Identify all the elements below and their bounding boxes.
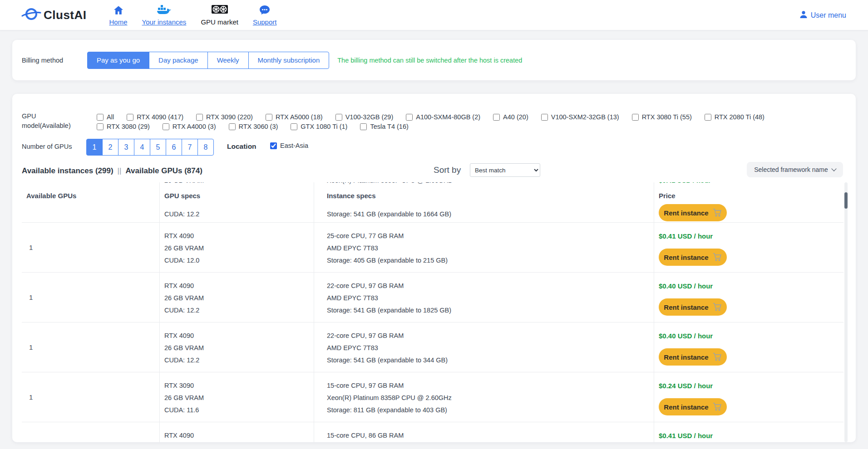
price-cell: $0.41 USD / hour Rent instance — [654, 223, 843, 272]
checkbox-a40[interactable]: A40 (20) — [493, 113, 528, 121]
nav-your-instances-label: Your instances — [142, 18, 187, 26]
chat-bubble-icon — [259, 5, 270, 17]
gpu-specs-cell: RTX 409026 GB VRAMCUDA: 12.2 — [160, 273, 314, 322]
tab-weekly[interactable]: Weekly — [207, 52, 249, 69]
price-cell: Rent instance — [654, 206, 843, 222]
checkbox-rtx-3080[interactable]: RTX 3080 (29) — [97, 123, 150, 130]
gpu-specs-cell: RTX 4090 — [160, 422, 314, 442]
gpu-count-1[interactable]: 1 — [86, 139, 103, 156]
checkbox-v100-sxm2-32gb[interactable]: V100-SXM2-32GB (13) — [541, 113, 619, 121]
gpu-count-6[interactable]: 6 — [166, 139, 182, 156]
tab-pay-as-you-go[interactable]: Pay as you go — [87, 52, 149, 69]
checkbox-rtx-4090[interactable]: RTX 4090 (417) — [127, 113, 183, 121]
header-price: Price — [654, 186, 843, 206]
price-value: $0.41 USD / hour — [659, 230, 843, 242]
top-nav: ClustAI Home Your instance — [0, 0, 868, 30]
price-cell: $0.24 USD / hour Rent instance — [654, 372, 843, 422]
checkbox-all[interactable]: All — [97, 113, 114, 121]
gpu-specs-cell: CUDA: 12.2 — [160, 206, 314, 222]
gpu-specs-cell: RTX 409026 GB VRAMCUDA: 12.0 — [160, 223, 314, 272]
instance-specs-cell: 15-core CPU, 97 GB RAMXeon(R) Platinum 8… — [314, 372, 654, 422]
nav-item-support[interactable]: Support — [253, 5, 277, 26]
billing-method-card: Billing method Pay as you go Day package… — [12, 40, 856, 80]
cart-icon — [713, 253, 722, 261]
checkbox-gtx-1080-ti[interactable]: GTX 1080 Ti (1) — [291, 123, 347, 130]
clipped-row-sliver: 26 GB VRAM Xeon(R) Platinum 8358P CPU @ … — [22, 182, 843, 186]
checkbox-rtx-a4000[interactable]: RTX A4000 (3) — [163, 123, 216, 130]
tab-monthly-subscription[interactable]: Monthly subscription — [248, 52, 330, 69]
gpu-count-8[interactable]: 8 — [197, 139, 214, 156]
table-row: 1 RTX 409026 GB VRAMCUDA: 12.2 22-core C… — [22, 273, 843, 322]
user-menu-label: User menu — [811, 11, 846, 20]
checkbox-rtx-a5000[interactable]: RTX A5000 (18) — [266, 113, 323, 121]
checkbox-rtx-3090[interactable]: RTX 3090 (220) — [196, 113, 253, 121]
checkbox-tesla-t4[interactable]: Tesla T4 (16) — [360, 123, 408, 130]
checkbox-rtx-2080-ti[interactable]: RTX 2080 Ti (48) — [705, 113, 764, 121]
rent-instance-button[interactable]: Rent instance — [659, 249, 727, 266]
table-scrollbar[interactable] — [844, 182, 848, 442]
instances-table: 26 GB VRAM Xeon(R) Platinum 8358P CPU @ … — [22, 182, 843, 442]
nav-menu: Home Your instances — [109, 5, 277, 26]
framework-dropdown[interactable]: Selected framework name — [747, 162, 843, 177]
rent-instance-button[interactable]: Rent instance — [659, 204, 727, 221]
billing-tabs: Pay as you go Day package Weekly Monthly… — [87, 52, 329, 69]
price-cell: $0.40 USD / hour Rent instance — [654, 322, 843, 372]
price-cell: $0.41 USD / hour — [654, 422, 843, 442]
rent-instance-button[interactable]: Rent instance — [659, 348, 727, 366]
checkbox-v100-32gb[interactable]: V100-32GB (29) — [335, 113, 394, 121]
user-icon — [799, 10, 808, 20]
price-value: $0.40 USD / hour — [659, 330, 843, 342]
header-instance-specs: Instance specs — [314, 186, 654, 206]
instance-specs-cell: 22-core CPU, 97 GB RAMAMD EPYC 7T83Stora… — [314, 322, 654, 372]
table-row: 1 RTX 409026 GB VRAMCUDA: 12.2 22-core C… — [22, 322, 843, 372]
available-gpus-cell: 1 — [22, 273, 160, 322]
all-checkbox[interactable] — [97, 114, 104, 121]
nav-item-your-instances[interactable]: Your instances — [142, 5, 187, 26]
rent-instance-button[interactable]: Rent instance — [659, 398, 727, 415]
instance-specs-cell: Storage: 541 GB (expandable to 1664 GB) — [314, 206, 654, 222]
gpu-specs-cell: RTX 409026 GB VRAMCUDA: 12.2 — [160, 322, 314, 372]
instance-specs-cell: 25-core CPU, 77 GB RAMAMD EPYC 7T83Stora… — [314, 223, 654, 272]
gpu-count-7[interactable]: 7 — [182, 139, 198, 156]
logo[interactable]: ClustAI — [21, 5, 87, 25]
sort-select[interactable]: Best match — [470, 163, 540, 177]
billing-note: The billing method can still be switched… — [337, 57, 522, 64]
gpu-count-2[interactable]: 2 — [102, 139, 118, 156]
available-gpus-cell: 1 — [22, 322, 160, 372]
gpu-specs-cell: RTX 309026 GB VRAMCUDA: 11.6 — [160, 372, 314, 422]
available-gpus-cell — [22, 206, 160, 222]
east-asia-checkbox[interactable] — [270, 142, 277, 149]
number-of-gpus-label: Number of GPUs — [22, 143, 72, 150]
nav-item-home[interactable]: Home — [109, 5, 128, 26]
gpu-count-3[interactable]: 3 — [118, 139, 134, 156]
cart-icon — [713, 403, 722, 411]
checkbox-a100-sxm4-80gb[interactable]: A100-SXM4-80GB (2) — [406, 113, 480, 121]
scrollbar-thumb[interactable] — [844, 192, 848, 209]
cart-icon — [713, 353, 722, 361]
checkbox-rtx-3060[interactable]: RTX 3060 (3) — [229, 123, 278, 130]
price-value: $0.24 USD / hour — [659, 380, 843, 392]
checkbox-east-asia[interactable]: East-Asia — [270, 142, 308, 149]
instance-specs-cell: 15-core CPU, 86 GB RAM — [314, 422, 654, 442]
sort-by-label: Sort by — [434, 165, 461, 175]
nav-support-label: Support — [253, 18, 277, 26]
cart-icon — [713, 303, 722, 311]
nav-home-label: Home — [109, 18, 128, 26]
tab-day-package[interactable]: Day package — [149, 52, 208, 69]
available-counts-title: Available instances (299)||Available GPU… — [22, 166, 202, 176]
location-label: Location — [227, 142, 256, 151]
cart-icon — [713, 209, 722, 217]
user-menu[interactable]: User menu — [799, 0, 846, 30]
clustai-logo-icon — [21, 5, 42, 25]
nav-item-gpu-market[interactable]: GPU market — [201, 5, 238, 26]
gpu-card-icon — [211, 5, 228, 17]
price-value: $0.40 USD / hour — [659, 280, 843, 292]
available-gpus-cell — [22, 422, 160, 442]
checkbox-rtx-3080-ti[interactable]: RTX 3080 Ti (55) — [632, 113, 692, 121]
table-row: 1 RTX 409026 GB VRAMCUDA: 12.0 25-core C… — [22, 223, 843, 273]
gpu-count-4[interactable]: 4 — [134, 139, 150, 156]
available-gpus-cell: 1 — [22, 223, 160, 272]
rent-instance-button[interactable]: Rent instance — [659, 298, 727, 316]
gpu-count-5[interactable]: 5 — [150, 139, 166, 156]
billing-method-label: Billing method — [22, 57, 69, 64]
